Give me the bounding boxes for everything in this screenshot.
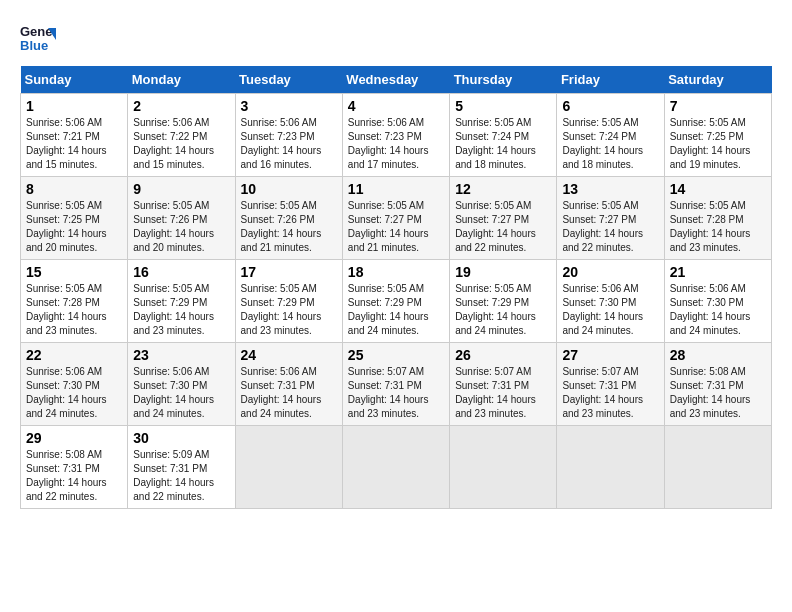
calendar-cell: 27 Sunrise: 5:07 AMSunset: 7:31 PMDaylig… [557,343,664,426]
calendar-cell: 29 Sunrise: 5:08 AMSunset: 7:31 PMDaylig… [21,426,128,509]
day-number: 8 [26,181,122,197]
day-info: Sunrise: 5:05 AMSunset: 7:24 PMDaylight:… [455,117,536,170]
day-info: Sunrise: 5:06 AMSunset: 7:23 PMDaylight:… [241,117,322,170]
day-info: Sunrise: 5:05 AMSunset: 7:27 PMDaylight:… [348,200,429,253]
header-day-tuesday: Tuesday [235,66,342,94]
day-number: 25 [348,347,444,363]
day-number: 20 [562,264,658,280]
calendar-cell: 8 Sunrise: 5:05 AMSunset: 7:25 PMDayligh… [21,177,128,260]
day-number: 6 [562,98,658,114]
calendar-cell: 30 Sunrise: 5:09 AMSunset: 7:31 PMDaylig… [128,426,235,509]
calendar-week-5: 29 Sunrise: 5:08 AMSunset: 7:31 PMDaylig… [21,426,772,509]
day-info: Sunrise: 5:07 AMSunset: 7:31 PMDaylight:… [562,366,643,419]
calendar-cell: 22 Sunrise: 5:06 AMSunset: 7:30 PMDaylig… [21,343,128,426]
header-day-sunday: Sunday [21,66,128,94]
day-info: Sunrise: 5:06 AMSunset: 7:30 PMDaylight:… [670,283,751,336]
calendar-cell: 25 Sunrise: 5:07 AMSunset: 7:31 PMDaylig… [342,343,449,426]
calendar-cell: 28 Sunrise: 5:08 AMSunset: 7:31 PMDaylig… [664,343,771,426]
calendar-cell: 2 Sunrise: 5:06 AMSunset: 7:22 PMDayligh… [128,94,235,177]
day-number: 4 [348,98,444,114]
calendar-week-2: 8 Sunrise: 5:05 AMSunset: 7:25 PMDayligh… [21,177,772,260]
calendar-cell: 14 Sunrise: 5:05 AMSunset: 7:28 PMDaylig… [664,177,771,260]
day-number: 30 [133,430,229,446]
calendar-cell: 13 Sunrise: 5:05 AMSunset: 7:27 PMDaylig… [557,177,664,260]
day-number: 11 [348,181,444,197]
calendar-cell: 5 Sunrise: 5:05 AMSunset: 7:24 PMDayligh… [450,94,557,177]
day-number: 1 [26,98,122,114]
logo-icon: General Blue [20,20,56,56]
calendar-cell: 18 Sunrise: 5:05 AMSunset: 7:29 PMDaylig… [342,260,449,343]
calendar-cell: 16 Sunrise: 5:05 AMSunset: 7:29 PMDaylig… [128,260,235,343]
calendar-cell: 3 Sunrise: 5:06 AMSunset: 7:23 PMDayligh… [235,94,342,177]
day-info: Sunrise: 5:05 AMSunset: 7:29 PMDaylight:… [455,283,536,336]
calendar-cell: 9 Sunrise: 5:05 AMSunset: 7:26 PMDayligh… [128,177,235,260]
calendar-cell: 21 Sunrise: 5:06 AMSunset: 7:30 PMDaylig… [664,260,771,343]
calendar-cell: 10 Sunrise: 5:05 AMSunset: 7:26 PMDaylig… [235,177,342,260]
calendar-cell: 1 Sunrise: 5:06 AMSunset: 7:21 PMDayligh… [21,94,128,177]
calendar-cell: 20 Sunrise: 5:06 AMSunset: 7:30 PMDaylig… [557,260,664,343]
calendar-cell [450,426,557,509]
day-info: Sunrise: 5:07 AMSunset: 7:31 PMDaylight:… [455,366,536,419]
day-number: 19 [455,264,551,280]
calendar-week-1: 1 Sunrise: 5:06 AMSunset: 7:21 PMDayligh… [21,94,772,177]
header-day-thursday: Thursday [450,66,557,94]
day-number: 12 [455,181,551,197]
calendar-cell: 26 Sunrise: 5:07 AMSunset: 7:31 PMDaylig… [450,343,557,426]
calendar-body: 1 Sunrise: 5:06 AMSunset: 7:21 PMDayligh… [21,94,772,509]
calendar-cell: 24 Sunrise: 5:06 AMSunset: 7:31 PMDaylig… [235,343,342,426]
calendar-cell: 19 Sunrise: 5:05 AMSunset: 7:29 PMDaylig… [450,260,557,343]
day-number: 18 [348,264,444,280]
day-info: Sunrise: 5:05 AMSunset: 7:26 PMDaylight:… [133,200,214,253]
day-info: Sunrise: 5:08 AMSunset: 7:31 PMDaylight:… [670,366,751,419]
day-info: Sunrise: 5:06 AMSunset: 7:30 PMDaylight:… [562,283,643,336]
day-info: Sunrise: 5:05 AMSunset: 7:29 PMDaylight:… [133,283,214,336]
day-number: 3 [241,98,337,114]
header-day-saturday: Saturday [664,66,771,94]
header-day-wednesday: Wednesday [342,66,449,94]
day-info: Sunrise: 5:05 AMSunset: 7:25 PMDaylight:… [670,117,751,170]
day-number: 22 [26,347,122,363]
calendar-cell: 7 Sunrise: 5:05 AMSunset: 7:25 PMDayligh… [664,94,771,177]
calendar-header: SundayMondayTuesdayWednesdayThursdayFrid… [21,66,772,94]
calendar-cell: 17 Sunrise: 5:05 AMSunset: 7:29 PMDaylig… [235,260,342,343]
header-day-friday: Friday [557,66,664,94]
day-info: Sunrise: 5:05 AMSunset: 7:28 PMDaylight:… [670,200,751,253]
header-day-monday: Monday [128,66,235,94]
day-number: 17 [241,264,337,280]
svg-text:Blue: Blue [20,38,48,53]
day-number: 14 [670,181,766,197]
day-info: Sunrise: 5:05 AMSunset: 7:29 PMDaylight:… [241,283,322,336]
calendar-cell: 11 Sunrise: 5:05 AMSunset: 7:27 PMDaylig… [342,177,449,260]
calendar-cell: 6 Sunrise: 5:05 AMSunset: 7:24 PMDayligh… [557,94,664,177]
day-number: 13 [562,181,658,197]
day-number: 26 [455,347,551,363]
calendar-cell [664,426,771,509]
calendar-cell: 15 Sunrise: 5:05 AMSunset: 7:28 PMDaylig… [21,260,128,343]
day-info: Sunrise: 5:05 AMSunset: 7:26 PMDaylight:… [241,200,322,253]
day-info: Sunrise: 5:05 AMSunset: 7:25 PMDaylight:… [26,200,107,253]
day-info: Sunrise: 5:05 AMSunset: 7:27 PMDaylight:… [455,200,536,253]
calendar-table: SundayMondayTuesdayWednesdayThursdayFrid… [20,66,772,509]
logo: General Blue [20,20,60,56]
day-info: Sunrise: 5:07 AMSunset: 7:31 PMDaylight:… [348,366,429,419]
calendar-cell [557,426,664,509]
day-info: Sunrise: 5:08 AMSunset: 7:31 PMDaylight:… [26,449,107,502]
calendar-cell: 12 Sunrise: 5:05 AMSunset: 7:27 PMDaylig… [450,177,557,260]
calendar-cell [342,426,449,509]
day-info: Sunrise: 5:05 AMSunset: 7:29 PMDaylight:… [348,283,429,336]
header-row: SundayMondayTuesdayWednesdayThursdayFrid… [21,66,772,94]
day-info: Sunrise: 5:06 AMSunset: 7:30 PMDaylight:… [133,366,214,419]
calendar-cell: 23 Sunrise: 5:06 AMSunset: 7:30 PMDaylig… [128,343,235,426]
day-number: 7 [670,98,766,114]
day-number: 16 [133,264,229,280]
day-info: Sunrise: 5:05 AMSunset: 7:27 PMDaylight:… [562,200,643,253]
day-number: 24 [241,347,337,363]
calendar-cell: 4 Sunrise: 5:06 AMSunset: 7:23 PMDayligh… [342,94,449,177]
day-number: 21 [670,264,766,280]
day-info: Sunrise: 5:05 AMSunset: 7:28 PMDaylight:… [26,283,107,336]
day-number: 2 [133,98,229,114]
day-info: Sunrise: 5:06 AMSunset: 7:31 PMDaylight:… [241,366,322,419]
calendar-week-3: 15 Sunrise: 5:05 AMSunset: 7:28 PMDaylig… [21,260,772,343]
day-number: 5 [455,98,551,114]
day-number: 27 [562,347,658,363]
